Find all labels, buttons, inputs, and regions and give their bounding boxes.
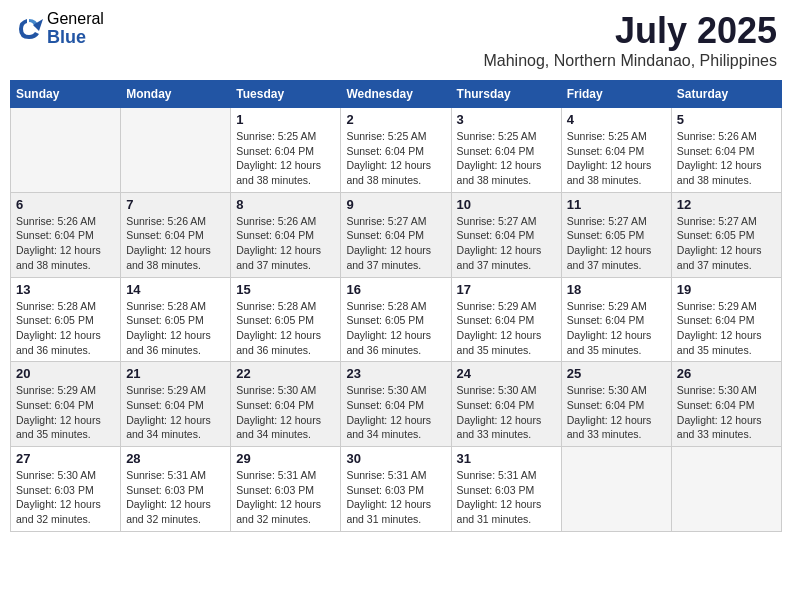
- table-row: 3Sunrise: 5:25 AM Sunset: 6:04 PM Daylig…: [451, 108, 561, 193]
- table-row: 21Sunrise: 5:29 AM Sunset: 6:04 PM Dayli…: [121, 362, 231, 447]
- table-row: 29Sunrise: 5:31 AM Sunset: 6:03 PM Dayli…: [231, 447, 341, 532]
- table-row: 28Sunrise: 5:31 AM Sunset: 6:03 PM Dayli…: [121, 447, 231, 532]
- day-info: Sunrise: 5:29 AM Sunset: 6:04 PM Dayligh…: [567, 299, 666, 358]
- table-row: 23Sunrise: 5:30 AM Sunset: 6:04 PM Dayli…: [341, 362, 451, 447]
- day-number: 14: [126, 282, 225, 297]
- day-info: Sunrise: 5:27 AM Sunset: 6:05 PM Dayligh…: [567, 214, 666, 273]
- table-row: 18Sunrise: 5:29 AM Sunset: 6:04 PM Dayli…: [561, 277, 671, 362]
- table-row: 14Sunrise: 5:28 AM Sunset: 6:05 PM Dayli…: [121, 277, 231, 362]
- header-sunday: Sunday: [11, 81, 121, 108]
- header-saturday: Saturday: [671, 81, 781, 108]
- page-header: General Blue July 2025 Mahinog, Northern…: [10, 10, 782, 70]
- day-number: 30: [346, 451, 445, 466]
- table-row: [561, 447, 671, 532]
- day-number: 17: [457, 282, 556, 297]
- table-row: 11Sunrise: 5:27 AM Sunset: 6:05 PM Dayli…: [561, 192, 671, 277]
- table-row: 2Sunrise: 5:25 AM Sunset: 6:04 PM Daylig…: [341, 108, 451, 193]
- logo-blue: Blue: [47, 28, 104, 48]
- header-thursday: Thursday: [451, 81, 561, 108]
- table-row: 19Sunrise: 5:29 AM Sunset: 6:04 PM Dayli…: [671, 277, 781, 362]
- calendar-table: Sunday Monday Tuesday Wednesday Thursday…: [10, 80, 782, 532]
- calendar-location: Mahinog, Northern Mindanao, Philippines: [483, 52, 777, 70]
- table-row: [11, 108, 121, 193]
- table-row: 31Sunrise: 5:31 AM Sunset: 6:03 PM Dayli…: [451, 447, 561, 532]
- weekday-header-row: Sunday Monday Tuesday Wednesday Thursday…: [11, 81, 782, 108]
- calendar-week-row: 6Sunrise: 5:26 AM Sunset: 6:04 PM Daylig…: [11, 192, 782, 277]
- day-info: Sunrise: 5:30 AM Sunset: 6:04 PM Dayligh…: [457, 383, 556, 442]
- day-info: Sunrise: 5:26 AM Sunset: 6:04 PM Dayligh…: [236, 214, 335, 273]
- logo-general: General: [47, 10, 104, 28]
- header-monday: Monday: [121, 81, 231, 108]
- table-row: 26Sunrise: 5:30 AM Sunset: 6:04 PM Dayli…: [671, 362, 781, 447]
- day-number: 11: [567, 197, 666, 212]
- day-number: 9: [346, 197, 445, 212]
- day-number: 25: [567, 366, 666, 381]
- header-friday: Friday: [561, 81, 671, 108]
- table-row: 27Sunrise: 5:30 AM Sunset: 6:03 PM Dayli…: [11, 447, 121, 532]
- table-row: 12Sunrise: 5:27 AM Sunset: 6:05 PM Dayli…: [671, 192, 781, 277]
- calendar-week-row: 20Sunrise: 5:29 AM Sunset: 6:04 PM Dayli…: [11, 362, 782, 447]
- day-number: 8: [236, 197, 335, 212]
- day-number: 6: [16, 197, 115, 212]
- day-number: 31: [457, 451, 556, 466]
- day-number: 15: [236, 282, 335, 297]
- day-number: 1: [236, 112, 335, 127]
- table-row: 22Sunrise: 5:30 AM Sunset: 6:04 PM Dayli…: [231, 362, 341, 447]
- table-row: 16Sunrise: 5:28 AM Sunset: 6:05 PM Dayli…: [341, 277, 451, 362]
- table-row: 6Sunrise: 5:26 AM Sunset: 6:04 PM Daylig…: [11, 192, 121, 277]
- day-number: 27: [16, 451, 115, 466]
- calendar-title: July 2025: [483, 10, 777, 52]
- day-number: 7: [126, 197, 225, 212]
- day-number: 5: [677, 112, 776, 127]
- day-info: Sunrise: 5:27 AM Sunset: 6:04 PM Dayligh…: [346, 214, 445, 273]
- day-info: Sunrise: 5:29 AM Sunset: 6:04 PM Dayligh…: [457, 299, 556, 358]
- day-info: Sunrise: 5:29 AM Sunset: 6:04 PM Dayligh…: [126, 383, 225, 442]
- day-number: 29: [236, 451, 335, 466]
- day-number: 13: [16, 282, 115, 297]
- logo-icon: [15, 15, 43, 43]
- day-number: 4: [567, 112, 666, 127]
- table-row: 30Sunrise: 5:31 AM Sunset: 6:03 PM Dayli…: [341, 447, 451, 532]
- day-info: Sunrise: 5:31 AM Sunset: 6:03 PM Dayligh…: [236, 468, 335, 527]
- day-info: Sunrise: 5:25 AM Sunset: 6:04 PM Dayligh…: [236, 129, 335, 188]
- table-row: 5Sunrise: 5:26 AM Sunset: 6:04 PM Daylig…: [671, 108, 781, 193]
- calendar-week-row: 1Sunrise: 5:25 AM Sunset: 6:04 PM Daylig…: [11, 108, 782, 193]
- day-number: 26: [677, 366, 776, 381]
- day-number: 20: [16, 366, 115, 381]
- day-info: Sunrise: 5:30 AM Sunset: 6:03 PM Dayligh…: [16, 468, 115, 527]
- logo-text: General Blue: [47, 10, 104, 47]
- day-info: Sunrise: 5:27 AM Sunset: 6:05 PM Dayligh…: [677, 214, 776, 273]
- day-info: Sunrise: 5:27 AM Sunset: 6:04 PM Dayligh…: [457, 214, 556, 273]
- day-info: Sunrise: 5:29 AM Sunset: 6:04 PM Dayligh…: [16, 383, 115, 442]
- day-info: Sunrise: 5:28 AM Sunset: 6:05 PM Dayligh…: [236, 299, 335, 358]
- day-info: Sunrise: 5:29 AM Sunset: 6:04 PM Dayligh…: [677, 299, 776, 358]
- table-row: 4Sunrise: 5:25 AM Sunset: 6:04 PM Daylig…: [561, 108, 671, 193]
- day-info: Sunrise: 5:30 AM Sunset: 6:04 PM Dayligh…: [677, 383, 776, 442]
- table-row: 9Sunrise: 5:27 AM Sunset: 6:04 PM Daylig…: [341, 192, 451, 277]
- day-number: 12: [677, 197, 776, 212]
- table-row: 10Sunrise: 5:27 AM Sunset: 6:04 PM Dayli…: [451, 192, 561, 277]
- day-number: 22: [236, 366, 335, 381]
- table-row: [121, 108, 231, 193]
- table-row: 17Sunrise: 5:29 AM Sunset: 6:04 PM Dayli…: [451, 277, 561, 362]
- logo: General Blue: [15, 10, 104, 47]
- table-row: 24Sunrise: 5:30 AM Sunset: 6:04 PM Dayli…: [451, 362, 561, 447]
- table-row: 25Sunrise: 5:30 AM Sunset: 6:04 PM Dayli…: [561, 362, 671, 447]
- day-number: 28: [126, 451, 225, 466]
- table-row: 15Sunrise: 5:28 AM Sunset: 6:05 PM Dayli…: [231, 277, 341, 362]
- day-number: 24: [457, 366, 556, 381]
- day-number: 3: [457, 112, 556, 127]
- day-number: 19: [677, 282, 776, 297]
- day-info: Sunrise: 5:31 AM Sunset: 6:03 PM Dayligh…: [126, 468, 225, 527]
- table-row: [671, 447, 781, 532]
- table-row: 13Sunrise: 5:28 AM Sunset: 6:05 PM Dayli…: [11, 277, 121, 362]
- day-info: Sunrise: 5:25 AM Sunset: 6:04 PM Dayligh…: [457, 129, 556, 188]
- day-info: Sunrise: 5:31 AM Sunset: 6:03 PM Dayligh…: [457, 468, 556, 527]
- header-wednesday: Wednesday: [341, 81, 451, 108]
- day-info: Sunrise: 5:30 AM Sunset: 6:04 PM Dayligh…: [346, 383, 445, 442]
- day-info: Sunrise: 5:25 AM Sunset: 6:04 PM Dayligh…: [346, 129, 445, 188]
- day-info: Sunrise: 5:28 AM Sunset: 6:05 PM Dayligh…: [126, 299, 225, 358]
- day-info: Sunrise: 5:28 AM Sunset: 6:05 PM Dayligh…: [16, 299, 115, 358]
- calendar-week-row: 27Sunrise: 5:30 AM Sunset: 6:03 PM Dayli…: [11, 447, 782, 532]
- day-number: 2: [346, 112, 445, 127]
